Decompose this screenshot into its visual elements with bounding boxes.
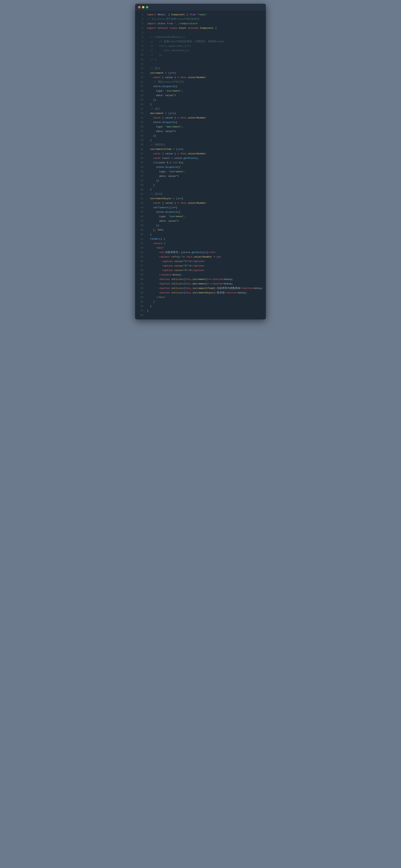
- code-line: 58 <option value="3">3</option>: [135, 268, 266, 273]
- code-line: 8 // store.subscribe(()=>{: [135, 44, 266, 49]
- code-line: 35 store.dispatch({: [135, 165, 266, 169]
- code-line: 65 ): [135, 300, 266, 304]
- code-line: 67 }: [135, 309, 266, 313]
- code-line: 61 <button onClick={this.decrement}>-</b…: [135, 282, 266, 286]
- code-line: 11 // }: [135, 57, 266, 62]
- code-line: 7 // // 监测redux中状态的变化，只要变化，就调用render: [135, 39, 266, 44]
- code-line: 17 store.dispatch({: [135, 84, 266, 89]
- maximize-button[interactable]: [146, 6, 148, 8]
- code-line: 66 }: [135, 304, 266, 309]
- code-line: 44 setTimeout(()=>{: [135, 206, 266, 210]
- code-line: 18 type: 'increment',: [135, 89, 266, 93]
- code-line: 55 <select ref={c => this.selectNumber =…: [135, 255, 266, 259]
- code-line: 5: [135, 30, 266, 35]
- code-line: 48 }): [135, 223, 266, 228]
- code-line: 45 store.dispatch({: [135, 210, 266, 214]
- code-line: 47 data: value*1: [135, 219, 266, 223]
- code-line: 13 // 加法: [135, 66, 266, 71]
- code-line: 62 <button onClick={this.incrementIfodd}…: [135, 286, 266, 291]
- minimize-button[interactable]: [142, 6, 145, 8]
- code-line: 28 }): [135, 134, 266, 138]
- code-line: 49 }, 500): [135, 228, 266, 232]
- code-line: 52 return (: [135, 241, 266, 246]
- code-line: 9 // this.setState({}): [135, 49, 266, 53]
- code-line: 27 data: value*1: [135, 129, 266, 134]
- code-line: 24 const { value } = this.selectNumber: [135, 116, 266, 120]
- code-line: 63 <button onClick={this.incrementAsync}…: [135, 291, 266, 295]
- code-line: 57 <option value="2">2</option>: [135, 264, 266, 268]
- code-line: 60 <button onClick={this.increment}>+</b…: [135, 277, 266, 282]
- code-line: 32 const { value } = this.selectNumber: [135, 152, 266, 156]
- code-line: 12: [135, 62, 266, 66]
- code-line: 53 <div>: [135, 246, 266, 250]
- code-line: 42 incrementAsync = ()=>{: [135, 196, 266, 201]
- code-line: 56 <option value="1">1</option>: [135, 259, 266, 264]
- code-line: 22 // 减法: [135, 107, 266, 111]
- code-line: 25 store.dispatch({: [135, 120, 266, 125]
- code-line: 41 // 延时加: [135, 192, 266, 196]
- code-line: 30 // 奇数加法: [135, 143, 266, 147]
- titlebar: [135, 4, 266, 11]
- code-line: 16 // 调起reducer中的方法: [135, 80, 266, 84]
- code-line: 40 }: [135, 187, 266, 192]
- code-line: 4 export default class Count extends Com…: [135, 26, 266, 30]
- code-line: 34 if(count % 2 !== 0){: [135, 160, 266, 165]
- code-line: 1 import React, { Component } from 'reac…: [135, 12, 266, 17]
- code-line: 64 </div>: [135, 295, 266, 300]
- code-line: 37 data: value*1: [135, 174, 266, 179]
- code-line: 21 }: [135, 102, 266, 107]
- code-line: 68: [135, 313, 266, 317]
- code-line: 50 }: [135, 232, 266, 237]
- code-line: 10 // }): [135, 53, 266, 57]
- code-line: 59 </select>&nbsp;: [135, 273, 266, 277]
- code-line: 26 type: 'decrement',: [135, 125, 266, 129]
- code-editor-window: 1 import React, { Component } from 'reac…: [135, 4, 266, 319]
- code-line: 2 // 引入store,用于获取redux中保存的状态: [135, 17, 266, 22]
- code-line: 20 }): [135, 98, 266, 102]
- code-line: 33 const count = store.getState(): [135, 156, 266, 160]
- code-area: 1 import React, { Component } from 'reac…: [135, 11, 266, 319]
- code-line: 14 increment = ()=>{: [135, 71, 266, 75]
- code-line: 54 <h1>当前求和为：{store.getState()}</h1>: [135, 250, 266, 255]
- code-line: 38 }): [135, 179, 266, 183]
- code-line: 23 decrement = ()=>{: [135, 111, 266, 116]
- code-line: 29 }: [135, 138, 266, 143]
- code-line: 3 import store from '../redux/store': [135, 22, 266, 26]
- code-line: 51 render() {: [135, 237, 266, 241]
- code-line: 6 // componentDidMount(){: [135, 35, 266, 39]
- code-line: 19 data: value*1: [135, 93, 266, 98]
- code-line: 15 const { value } = this.selectNumber: [135, 75, 266, 80]
- code-line: 43 const { value } = this.selectNumber: [135, 201, 266, 206]
- code-line: 36 type: 'increment',: [135, 169, 266, 174]
- code-line: 46 type: 'increment',: [135, 214, 266, 219]
- code-line: 39 }: [135, 183, 266, 187]
- code-line: 31 incrementIfodd = ()=>{: [135, 147, 266, 152]
- close-button[interactable]: [138, 6, 141, 8]
